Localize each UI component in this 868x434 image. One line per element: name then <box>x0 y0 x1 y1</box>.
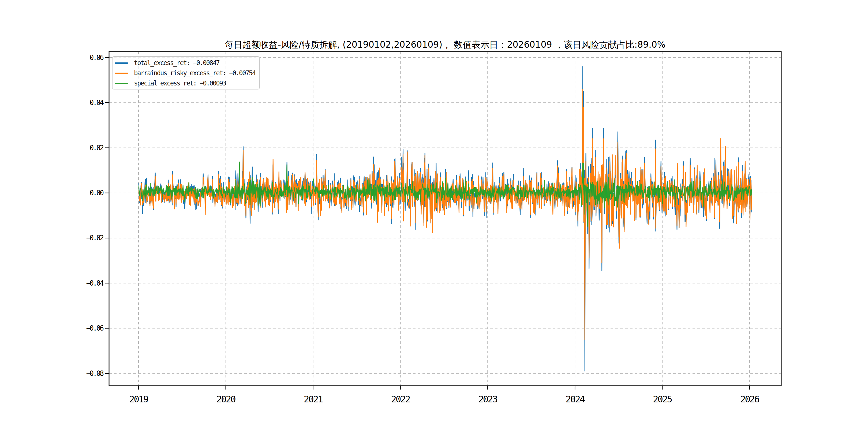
y-tick-label: −0.08 <box>86 369 104 377</box>
legend-line-swatch-special <box>115 83 128 84</box>
y-tick-label: 0.02 <box>90 144 103 152</box>
x-tick-label: 2022 <box>391 394 410 405</box>
x-tick-label: 2024 <box>565 394 585 405</box>
figure: 每日超额收益-风险/特质拆解, (20190102,20260109)， 数值表… <box>0 0 868 434</box>
x-tick-label: 2021 <box>304 394 323 405</box>
x-tick-label: 2025 <box>653 394 672 405</box>
y-tick-label: 0.06 <box>90 54 103 62</box>
legend-entry-total: total_excess_ret: −0.00847 <box>115 58 259 68</box>
y-tick-label: −0.06 <box>86 324 104 332</box>
chart-title: 每日超额收益-风险/特质拆解, (20190102,20260109)， 数值表… <box>109 39 781 50</box>
plot-border <box>109 52 781 386</box>
y-tick-label: 0.00 <box>90 189 103 197</box>
legend-label-risky: barraindus_risky_excess_ret: −0.00754 <box>134 69 255 77</box>
series-line-barraindus_risky_excess_ret <box>139 89 752 340</box>
x-tick-label: 2023 <box>478 394 497 405</box>
x-tick-label: 2020 <box>216 394 236 405</box>
series-line-total_excess_ret <box>139 67 752 371</box>
legend-label-total: total_excess_ret: −0.00847 <box>134 59 219 67</box>
legend: total_excess_ret: −0.00847 barraindus_ri… <box>112 56 260 90</box>
y-tick-label: −0.02 <box>86 234 104 242</box>
legend-entry-special: special_excess_ret: −0.00093 <box>115 78 259 88</box>
y-tick-label: 0.04 <box>90 99 104 106</box>
legend-label-special: special_excess_ret: −0.00093 <box>134 80 226 87</box>
legend-entry-risky: barraindus_risky_excess_ret: −0.00754 <box>115 68 259 78</box>
legend-line-swatch-total <box>115 62 128 64</box>
legend-line-swatch-risky <box>115 72 128 74</box>
y-tick-label: −0.04 <box>86 279 104 287</box>
x-tick-label: 2019 <box>129 394 148 405</box>
x-tick-label: 2026 <box>740 394 759 405</box>
